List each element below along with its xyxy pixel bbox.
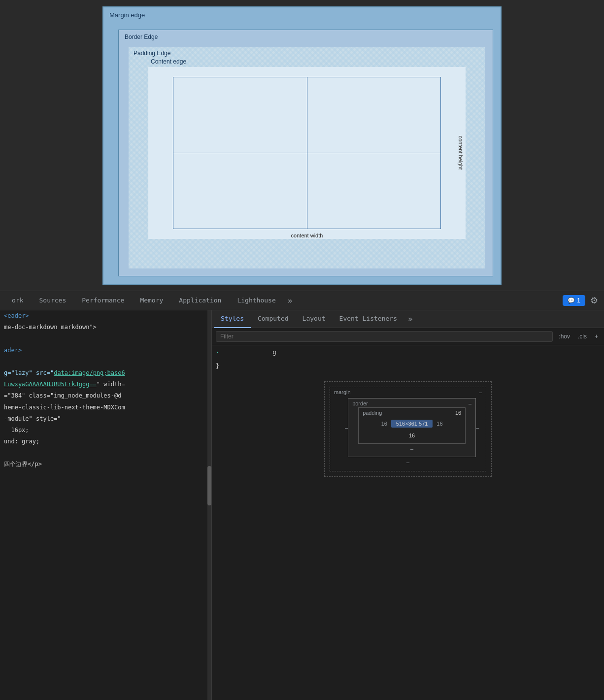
vertical-scrollbar[interactable] — [207, 310, 211, 700]
css-close-brace: } — [216, 363, 219, 369]
html-line-1: <eader> — [0, 310, 211, 322]
tab-sources[interactable]: Sources — [31, 291, 74, 310]
css-dot: · — [216, 349, 219, 356]
box-model-section: margin – – border – paddin — [212, 373, 604, 485]
hov-button[interactable]: :hov — [557, 332, 572, 341]
bm-border-dash: – — [469, 400, 471, 406]
styles-filter-input[interactable] — [216, 331, 553, 342]
html-line-12: und: gray; — [0, 436, 211, 447]
bm-padding-label: padding — [363, 410, 382, 416]
tab-memory[interactable]: Memory — [132, 291, 171, 310]
more-tabs-button[interactable]: » — [284, 296, 297, 305]
padding-layer: padding 16 16 516×361.571 16 — [358, 407, 466, 444]
padding-box: Padding Edge Content edge content height… — [129, 47, 485, 268]
issues-count: 1 — [577, 297, 580, 304]
bm-margin-label: margin — [334, 389, 351, 395]
bm-border-bottom: – — [358, 444, 466, 454]
html-line-7: LuwxywGAAAAABJRU5ErkJggg==" width= — [0, 379, 211, 390]
bm-margin-dash: – — [479, 389, 482, 395]
tab-performance[interactable]: Performance — [74, 291, 132, 310]
bm-outer-bottom-val: – — [406, 459, 409, 465]
tab-layout[interactable]: Layout — [296, 310, 333, 328]
tab-lighthouse[interactable]: Lighthouse — [229, 291, 283, 310]
bm-border-label: border — [352, 400, 368, 406]
issues-icon: 💬 — [568, 297, 575, 304]
tab-network[interactable]: ork — [4, 291, 31, 310]
content-inner: content height content width — [173, 77, 441, 229]
main-panel: <eader> me-doc-markdown markdown"> ader>… — [0, 310, 604, 700]
box-model-widget: margin – – border – paddin — [324, 381, 492, 477]
html-line-5 — [0, 356, 211, 367]
border-box: Border Edge Padding Edge Content edge co… — [118, 30, 493, 276]
add-style-button[interactable]: + — [593, 332, 600, 341]
bm-content-row: 16 516×361.571 16 — [367, 417, 457, 431]
content-height-label: content height — [457, 135, 463, 169]
border-edge-label: Border Edge — [125, 33, 158, 40]
html-line-13 — [0, 447, 211, 459]
preview-area: Margin edge Border Edge Padding Edge Con… — [0, 0, 604, 291]
bm-outer-bottom: – — [345, 457, 471, 467]
devtools-bar-actions: 💬 1 ⚙ — [563, 293, 600, 308]
bm-padding-bottom-row: 16 — [367, 431, 457, 440]
tab-computed[interactable]: Computed — [251, 310, 296, 328]
html-line-9: heme-classic-lib-next-theme-MDXCom — [0, 402, 211, 413]
styles-filter-bar: :hov .cls + — [212, 328, 604, 345]
css-block: · g — [212, 345, 604, 359]
html-line-14: 四个边界</p> — [0, 459, 211, 470]
html-line-3 — [0, 333, 211, 344]
bm-right-val: 16 — [436, 421, 443, 427]
bm-bottom-val: 16 — [409, 433, 415, 438]
bm-left-val: 16 — [380, 421, 388, 427]
box-model-diagram: Margin edge Border Edge Padding Edge Con… — [102, 6, 502, 285]
border-layer: border – padding 16 16 516×361.571 — [348, 398, 476, 457]
more-style-tabs[interactable]: » — [404, 314, 417, 324]
margin-layer: margin – – border – paddin — [330, 387, 486, 471]
bm-padding-top-val: 16 — [455, 410, 461, 416]
styles-tab-bar: Styles Computed Layout Event Listeners » — [212, 310, 604, 328]
html-line-2: me-doc-markdown markdown"> — [0, 322, 211, 333]
html-line-8: ="384" class="img_node_modules-@d — [0, 390, 211, 401]
content-width-label: content width — [291, 233, 323, 238]
html-line-4: ader> — [0, 345, 211, 356]
margin-edge-label: Margin edge — [109, 11, 145, 19]
css-brace-block: } — [212, 359, 604, 373]
html-line-11: 16px; — [0, 425, 211, 436]
tab-styles[interactable]: Styles — [214, 310, 251, 328]
padding-edge-label: Padding Edge — [134, 50, 170, 57]
html-line-6: g="lazy" src="data:image/png;base6 — [0, 367, 211, 379]
html-source-panel: <eader> me-doc-markdown markdown"> ader>… — [0, 310, 212, 700]
bm-outer-sides: – border – padding 16 — [345, 398, 471, 457]
settings-gear-button[interactable]: ⚙ — [588, 293, 600, 308]
issues-badge-button[interactable]: 💬 1 — [563, 295, 585, 306]
bm-border-bottom-val: – — [410, 446, 413, 452]
bm-outer-right: – — [476, 425, 479, 431]
content-edge-label: Content edge — [151, 58, 186, 65]
tab-event-listeners[interactable]: Event Listeners — [333, 310, 404, 328]
cls-button[interactable]: .cls — [576, 332, 589, 341]
scrollbar-thumb[interactable] — [207, 466, 211, 505]
styles-panel: Styles Computed Layout Event Listeners »… — [212, 310, 604, 700]
devtools-tab-bar: ork Sources Performance Memory Applicati… — [0, 291, 604, 310]
bm-content-size[interactable]: 516×361.571 — [391, 420, 433, 428]
html-line-10: -module" style=" — [0, 413, 211, 425]
tab-application[interactable]: Application — [171, 291, 229, 310]
content-area: Content edge content height content widt… — [148, 67, 466, 239]
